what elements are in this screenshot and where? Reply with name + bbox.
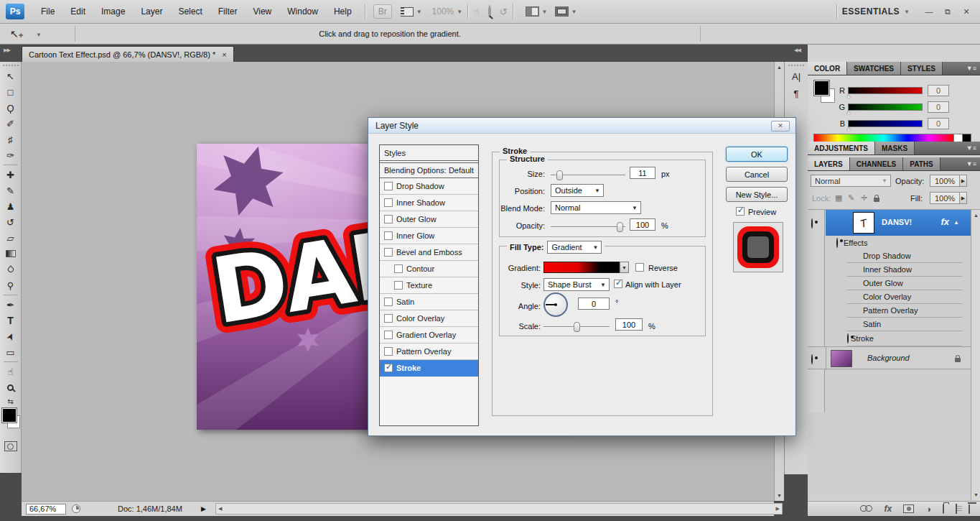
style-item-texture[interactable]: Texture — [380, 277, 478, 294]
launch-bridge-button[interactable]: Br — [373, 4, 392, 19]
effect-row-stroke[interactable]: Stroke — [847, 331, 962, 346]
layer-row-background[interactable]: Background — [808, 346, 971, 369]
status-zoom-field[interactable]: 66,67% — [26, 504, 66, 515]
menu-view[interactable]: View — [245, 0, 279, 24]
panel-grip[interactable] — [3, 65, 19, 66]
tab-paths[interactable]: PATHS — [903, 157, 940, 170]
background-layer-name[interactable]: Background — [867, 354, 910, 362]
scale-slider[interactable] — [543, 326, 610, 328]
checkbox[interactable] — [384, 231, 393, 240]
size-slider[interactable] — [551, 175, 625, 176]
restore-button[interactable]: ⧉ — [938, 7, 957, 17]
menu-file[interactable]: File — [33, 0, 62, 24]
style-item-stroke[interactable]: Stroke — [380, 360, 478, 377]
eyedropper-tool[interactable]: ✑ — [0, 147, 22, 163]
rotate-view-icon[interactable]: ↺ — [500, 6, 508, 17]
gradient-style-dropdown[interactable]: Shape Burst▼ — [543, 278, 610, 291]
effect-row-pattern-overlay[interactable]: Pattern Overlay — [847, 304, 962, 318]
gradient-tool[interactable] — [0, 246, 22, 262]
hand-tool[interactable]: ☝ — [0, 364, 22, 379]
checkbox[interactable] — [394, 281, 403, 290]
layers-scrollbar[interactable]: ▲ ▼ — [971, 210, 980, 500]
checkbox-checked[interactable] — [384, 364, 393, 372]
tab-masks[interactable]: MASKS — [875, 142, 915, 155]
effect-row-color-overlay[interactable]: Color Overlay — [847, 290, 962, 304]
history-brush-tool[interactable]: ↺ — [0, 214, 22, 230]
pen-tool[interactable]: ✒ — [0, 297, 22, 313]
link-layers-icon[interactable] — [860, 504, 872, 513]
type-tool[interactable]: T — [0, 313, 22, 328]
angle-field[interactable]: 0 — [578, 298, 610, 310]
style-item-gradient-overlay[interactable]: Gradient Overlay — [380, 327, 478, 344]
scroll-up-icon[interactable]: ▲ — [971, 211, 980, 220]
effect-row-sat[interactable]: Satin — [847, 318, 962, 331]
foreground-color-swatch[interactable] — [2, 408, 17, 423]
scroll-up-icon[interactable]: ▲ — [775, 63, 784, 72]
background-thumbnail[interactable] — [831, 350, 852, 367]
scroll-left-icon[interactable]: ◀ — [218, 506, 222, 512]
style-item-bevel-emboss[interactable]: Bevel and Emboss — [380, 244, 478, 261]
effect-row-inner-shadow[interactable]: Inner Shadow — [847, 263, 962, 277]
checkbox[interactable] — [384, 331, 393, 339]
effects-header-row[interactable]: Effects — [836, 236, 971, 249]
close-button[interactable]: ✕ — [957, 7, 976, 17]
fx-badge[interactable]: fx — [941, 216, 949, 227]
chevron-down-icon[interactable]: ▼ — [416, 9, 422, 15]
zoom-level-field[interactable]: 100% — [432, 6, 454, 17]
red-slider-thumb[interactable]: ▲ — [846, 93, 851, 99]
eraser-tool[interactable]: ▱ — [0, 230, 22, 246]
healing-brush-tool[interactable]: ✚ — [0, 167, 22, 183]
fill-type-dropdown[interactable]: Gradient▼ — [547, 241, 602, 254]
fill-spinner-icon[interactable]: ▶ — [960, 192, 967, 204]
menu-help[interactable]: Help — [326, 0, 360, 24]
blue-slider-thumb[interactable]: ▲ — [846, 126, 851, 132]
dialog-title-bar[interactable]: Layer Style — [368, 118, 795, 134]
checkbox[interactable] — [384, 198, 393, 207]
document-tab[interactable]: Cartoon Text Effect.psd @ 66,7% (DANSV!,… — [22, 46, 234, 62]
effect-row-outer-glow[interactable]: Outer Glow — [847, 277, 962, 290]
visibility-eye-icon[interactable] — [811, 219, 813, 228]
screen-mode-icon[interactable] — [555, 6, 569, 17]
effect-row-drop-shadow[interactable]: Drop Shadow — [847, 249, 962, 263]
new-layer-icon[interactable] — [956, 504, 957, 513]
path-select-tool[interactable]: ➤ — [0, 328, 22, 344]
panel-menu-icon[interactable]: ▼≡ — [966, 157, 976, 171]
character-panel-button[interactable]: A| — [788, 69, 805, 83]
scale-slider-thumb[interactable] — [574, 322, 580, 332]
checkbox[interactable] — [384, 298, 393, 306]
red-slider[interactable] — [848, 87, 923, 94]
collapse-dock-icon[interactable]: ◀◀ — [794, 47, 801, 53]
menu-window[interactable]: Window — [279, 0, 326, 24]
blur-tool[interactable] — [0, 262, 22, 277]
opacity-spinner-icon[interactable]: ▶ — [960, 175, 967, 187]
scroll-down-icon[interactable]: ▼ — [775, 491, 784, 500]
layer-row-dansv[interactable]: T DANSV! fx ▲ — [826, 210, 971, 236]
chevron-down-icon[interactable]: ▼ — [571, 9, 577, 15]
expand-dock-icon[interactable]: ▶▶ — [4, 47, 10, 53]
paragraph-panel-button[interactable]: ¶ — [788, 86, 805, 101]
hand-tool-icon[interactable]: ☝ — [473, 6, 480, 17]
opacity-field[interactable]: 100% — [930, 175, 960, 187]
horizontal-scrollbar[interactable]: ◀ ▶ — [215, 503, 783, 515]
arrange-documents-icon[interactable] — [526, 6, 539, 17]
style-item-pattern-overlay[interactable]: Pattern Overlay — [380, 344, 478, 360]
chevron-down-icon[interactable]: ▼ — [36, 32, 42, 38]
close-tab-icon[interactable]: × — [222, 50, 226, 59]
menu-image[interactable]: Image — [93, 0, 133, 24]
layer-thumbnail[interactable]: T — [853, 212, 874, 234]
chevron-down-icon[interactable]: ▼ — [457, 9, 462, 15]
move-tool-icon[interactable]: ↖✛ — [10, 28, 23, 40]
view-extras-icon[interactable] — [401, 7, 414, 17]
scale-field[interactable]: 100 — [615, 318, 643, 331]
clone-stamp-tool[interactable]: ♟ — [0, 198, 22, 214]
brush-tool[interactable]: ✎ — [0, 183, 22, 198]
scroll-down-icon[interactable]: ▼ — [971, 490, 980, 499]
size-field[interactable]: 11 — [630, 167, 655, 179]
add-layer-style-icon[interactable]: fx — [884, 504, 892, 514]
menu-filter[interactable]: Filter — [210, 0, 246, 24]
gradient-picker-icon[interactable]: ▼ — [620, 262, 629, 273]
checkbox[interactable] — [394, 264, 403, 273]
preview-checkbox[interactable] — [736, 207, 745, 216]
style-item-inner-shadow[interactable]: Inner Shadow — [380, 195, 478, 211]
red-value-field[interactable]: 0 — [928, 85, 949, 96]
